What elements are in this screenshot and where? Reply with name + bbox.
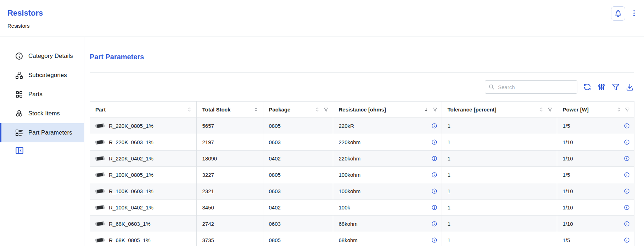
table-row[interactable]: R_68K_0603_1% 2742 0603 68kohm 1 1/10 <box>90 216 634 232</box>
resistor-chip-icon <box>95 188 105 194</box>
part-thumbnail <box>95 122 105 129</box>
column-header-part: Part <box>90 102 196 118</box>
parameter-info-button[interactable] <box>431 139 437 145</box>
info-circle-icon <box>15 52 23 60</box>
total-stock-value: 5657 <box>202 123 214 129</box>
parameter-info-button[interactable] <box>624 188 630 194</box>
column-label: Power [W] <box>563 106 589 113</box>
column-header-resistance: Resistance [ohms] <box>333 102 442 118</box>
sidebar-item-label: Part Parameters <box>28 129 72 136</box>
part-name: R_68K_0603_1% <box>109 221 151 227</box>
tolerance-value: 1 <box>448 188 450 194</box>
download-button[interactable] <box>626 83 634 91</box>
total-stock-cell: 2197 <box>196 134 263 151</box>
tolerance-cell: 1 <box>442 118 557 134</box>
column-filter-icon[interactable] <box>548 107 553 112</box>
part-thumbnail <box>95 155 105 162</box>
sort-icon[interactable] <box>187 107 192 112</box>
table-row[interactable]: R_220K_0402_1% 18090 0402 220kohm 1 1/10 <box>90 151 634 167</box>
parameter-info-button[interactable] <box>624 155 630 162</box>
parameter-info-button[interactable] <box>431 188 437 194</box>
info-icon <box>431 172 437 178</box>
table-row[interactable]: R_68K_0805_1% 3735 0805 68kohm 1 1/5 <box>90 232 634 246</box>
sitemap-icon <box>15 71 23 80</box>
parameter-info-button[interactable] <box>431 155 437 162</box>
column-header-power: Power [W] <box>557 102 634 118</box>
sort-descending-icon[interactable] <box>424 107 429 112</box>
parameter-info-button[interactable] <box>624 221 630 227</box>
sidebar-item-label: Category Details <box>28 53 73 60</box>
sidebar-item-label: Parts <box>28 91 43 98</box>
parameter-info-button[interactable] <box>624 139 630 145</box>
part-thumbnail <box>95 188 105 194</box>
page-title: Resistors <box>7 0 644 18</box>
total-stock-value: 2742 <box>202 221 214 227</box>
notifications-button[interactable] <box>611 6 625 21</box>
total-stock-value: 2197 <box>202 139 214 145</box>
table-row[interactable]: R_220K_0805_1% 5657 0805 220kR 1 1/5 <box>90 118 634 134</box>
total-stock-cell: 18090 <box>196 151 263 167</box>
resistance-value: 68kohm <box>339 237 431 243</box>
sidebar-item-label: Stock Items <box>28 110 60 117</box>
total-stock-value: 18090 <box>202 155 217 162</box>
info-icon <box>431 221 437 227</box>
resistance-cell: 220kR <box>333 118 442 134</box>
sidebar-item-subcategories[interactable]: Subcategories <box>0 66 84 85</box>
resistance-cell: 68kohm <box>333 232 442 246</box>
parameter-info-button[interactable] <box>624 204 630 211</box>
tolerance-value: 1 <box>448 123 450 129</box>
search-input[interactable] <box>485 80 577 94</box>
sidebar: Category Details Subcategories Parts Sto… <box>0 37 84 246</box>
resistor-chip-icon <box>95 155 105 162</box>
sort-icon[interactable] <box>539 107 544 112</box>
parameter-info-button[interactable] <box>624 123 630 129</box>
power-cell: 1/5 <box>557 167 634 183</box>
tolerance-cell: 1 <box>442 232 557 246</box>
package-value: 0805 <box>269 237 281 243</box>
refresh-button[interactable] <box>583 83 592 91</box>
total-stock-cell: 3735 <box>196 232 263 246</box>
part-name: R_220K_0402_1% <box>109 155 153 162</box>
power-cell: 1/10 <box>557 151 634 167</box>
part-thumbnail <box>95 220 105 227</box>
parameter-info-button[interactable] <box>624 237 630 243</box>
power-value: 1/10 <box>563 155 624 162</box>
package-value: 0402 <box>269 155 281 162</box>
column-settings-button[interactable] <box>597 83 606 91</box>
header-actions <box>611 0 638 37</box>
parameter-info-button[interactable] <box>431 204 437 211</box>
resistance-value: 220kohm <box>339 139 431 145</box>
sidebar-item-stock-items[interactable]: Stock Items <box>0 104 84 123</box>
list-details-icon <box>15 129 23 137</box>
table-row[interactable]: R_220K_0603_1% 2197 0603 220kohm 1 1/10 <box>90 134 634 151</box>
resistor-chip-icon <box>95 204 105 211</box>
part-name: R_100K_0402_1% <box>109 204 153 211</box>
sidebar-item-part-parameters[interactable]: Part Parameters <box>0 123 84 142</box>
sidebar-item-parts[interactable]: Parts <box>0 85 84 104</box>
sidebar-collapse-icon <box>15 146 24 155</box>
resistor-chip-icon <box>95 237 105 243</box>
sort-icon[interactable] <box>616 107 621 112</box>
overflow-menu-button[interactable] <box>630 9 638 17</box>
table-row[interactable]: R_100K_0805_1% 3227 0805 100kohm 1 1/5 <box>90 167 634 183</box>
breadcrumb[interactable]: Resistors <box>7 23 30 29</box>
sidebar-item-category-details[interactable]: Category Details <box>0 47 84 66</box>
parameter-info-button[interactable] <box>431 221 437 227</box>
parameter-info-button[interactable] <box>431 123 437 129</box>
column-filter-icon[interactable] <box>432 107 437 112</box>
sort-icon[interactable] <box>253 107 259 112</box>
resistance-cell: 68kohm <box>333 216 442 232</box>
parameter-info-button[interactable] <box>431 172 437 178</box>
parameter-info-button[interactable] <box>431 237 437 243</box>
column-filter-icon[interactable] <box>324 107 329 112</box>
table-row[interactable]: R_100K_0603_1% 2321 0603 100kohm 1 1/10 <box>90 183 634 199</box>
sort-icon[interactable] <box>315 107 320 112</box>
part-cell: R_100K_0402_1% <box>90 199 196 216</box>
table-row[interactable]: R_100K_0402_1% 3450 0402 100k 1 1/10 <box>90 199 634 216</box>
column-filter-icon[interactable] <box>625 107 630 112</box>
parameter-info-button[interactable] <box>624 172 630 178</box>
filter-button[interactable] <box>611 83 620 91</box>
resistor-chip-icon <box>95 171 105 178</box>
package-cell: 0805 <box>263 118 333 134</box>
sidebar-collapse-button[interactable] <box>15 146 24 155</box>
